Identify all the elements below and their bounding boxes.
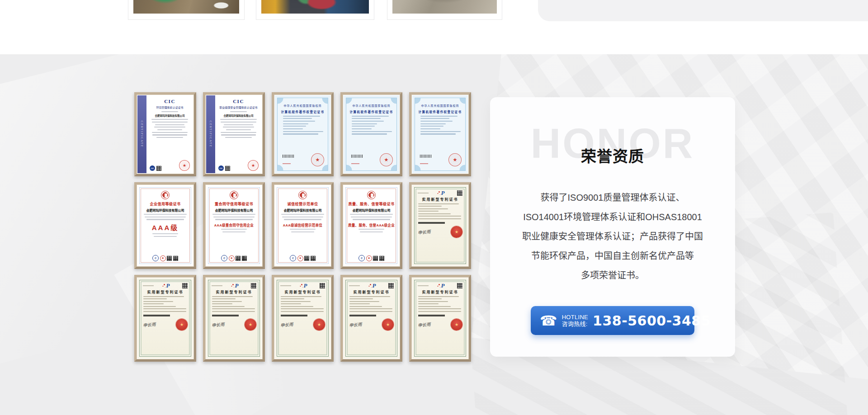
qr-code-icon (379, 256, 384, 261)
certificate-patent[interactable]: P 实用新型专利证书 申长雨 ★ (340, 275, 402, 362)
certificate-number (420, 163, 428, 164)
cnipa-logo-icon: P (166, 283, 170, 288)
certificate-patent[interactable]: P 实用新型专利证书 申长雨 ★ (409, 182, 471, 269)
qr-code-icon (167, 256, 172, 261)
red-seal-icon: ★ (380, 153, 393, 166)
certificate-cic[interactable]: CERTIFICATE CIC 职业健康安全管理体系认证证书 合肥珂玛环保科技有… (203, 92, 265, 176)
qr-code-icon (242, 256, 247, 261)
highlight-bar (349, 315, 376, 316)
signature: 申长雨 (280, 321, 293, 328)
certificate-patent[interactable]: P 实用新型专利证书 申长雨 ★ (272, 275, 334, 362)
phone-icon: ☎ (540, 314, 557, 328)
corner-flourish (458, 98, 465, 105)
project-photo-card[interactable] (128, 0, 245, 20)
hotline-label-zh: 咨询热线: (562, 321, 588, 327)
cic-badge-icon: CIC (218, 165, 224, 171)
red-seal-icon: ★ (311, 153, 324, 166)
cnipa-logo-icon: P (441, 283, 445, 288)
corner-flourish (278, 164, 284, 170)
hotline-button[interactable]: ☎ HOTLINE 咨询热线: 138-5600-3485 (531, 306, 694, 335)
qr-code-icon (225, 166, 230, 171)
highlight-bar (281, 315, 307, 316)
certificate-credit[interactable]: 诚信经营示范单位 合肥珂玛环保科技有限公司 AAA级诚信经营示范单位 C ★ (272, 182, 334, 269)
patent-number-line (143, 285, 154, 286)
red-seal-icon: ★ (245, 319, 256, 330)
qr-code-icon (388, 283, 394, 288)
certificate-title: 计算机软件著作权登记证书 (350, 109, 393, 114)
red-star-seal-icon: ★ (366, 255, 372, 261)
patent-number-line (212, 285, 222, 286)
red-seal-icon: ★ (451, 319, 462, 330)
qr-code-icon (457, 190, 462, 196)
blue-badge-icon: C (359, 255, 365, 261)
cic-logo: CIC (164, 99, 175, 104)
red-seal-icon: ★ (248, 160, 259, 171)
certificate-title: 环境管理体系认证证书 (156, 105, 183, 109)
certificate-patent[interactable]: P 实用新型专利证书 申长雨 ★ (409, 275, 471, 362)
certificate-credit[interactable]: 重合同守信用等级证书 合肥珂玛环保科技有限公司 AAA级重合同守信用企业 C ★ (203, 182, 265, 269)
certificate-title: 实用新型专利证书 (422, 289, 458, 294)
certificate-title: 计算机软件著作权登记证书 (419, 109, 462, 114)
highlight-bar (418, 315, 445, 316)
corner-flourish (415, 164, 422, 170)
project-photo-card[interactable] (387, 0, 502, 20)
certificate-title: 企业信用等级证书 (150, 201, 181, 206)
barcode (283, 155, 294, 158)
certificate-cic[interactable]: CERTIFICATE CIC 环境管理体系认证证书 合肥珂玛环保科技有限公司 … (134, 92, 196, 176)
patent-number-line (418, 285, 429, 286)
certificate-patent[interactable]: P 实用新型专利证书 申长雨 ★ (134, 275, 196, 362)
qr-code-icon (373, 256, 378, 261)
certificate-grade: AAA级重合同守信用企业 (214, 222, 254, 227)
red-emblem-icon (367, 191, 376, 199)
certificate-side-band: CERTIFICATE (206, 95, 215, 173)
certificate-title: 职业健康安全管理体系认证证书 (219, 105, 257, 109)
blue-badge-icon: C (221, 255, 227, 261)
certificate-number (283, 163, 291, 164)
red-emblem-icon (298, 191, 307, 199)
certificate-title: 实用新型专利证书 (285, 289, 321, 294)
certificate-copyright[interactable]: 中华人民共和国国家版权局 计算机软件著作权登记证书 ★ (340, 92, 402, 176)
red-seal-icon: ★ (176, 319, 188, 330)
certificate-grid: CERTIFICATE CIC 环境管理体系认证证书 合肥珂玛环保科技有限公司 … (134, 92, 471, 362)
red-seal-icon: ★ (382, 319, 394, 330)
description-line: 节能环保产品，中国自主创新名优产品等 (490, 246, 735, 266)
certificate-copyright[interactable]: 中华人民共和国国家版权局 计算机软件著作权登记证书 ★ (409, 92, 471, 176)
certificate-copyright[interactable]: 中华人民共和国国家版权局 计算机软件著作权登记证书 ★ (272, 92, 334, 176)
certificate-title: 实用新型专利证书 (216, 289, 252, 294)
red-seal-icon: ★ (448, 153, 462, 166)
certificate-company: 合肥珂玛环保科技有限公司 (223, 114, 253, 118)
description-line: 多项荣誉证书。 (490, 266, 735, 285)
cnipa-logo-icon: P (235, 283, 239, 288)
certificate-authority: 中华人民共和国国家版权局 (421, 104, 459, 108)
corner-flourish (278, 98, 284, 105)
corner-flourish (321, 164, 328, 170)
red-seal-icon: ★ (313, 319, 325, 330)
certificate-grade: AAA级 (152, 222, 179, 232)
signature: 申长雨 (417, 228, 431, 235)
patent-number-line (349, 285, 360, 286)
certificate-authority: 中华人民共和国国家版权局 (283, 104, 321, 108)
corner-flourish (346, 164, 353, 170)
qr-code-icon (457, 283, 462, 288)
corner-flourish (346, 98, 353, 105)
qr-code-icon (236, 256, 241, 261)
qr-code-icon (156, 166, 161, 171)
corner-flourish (458, 164, 465, 170)
highlight-bar (418, 222, 445, 224)
signature: 申长雨 (211, 321, 225, 328)
construction-site-photo (392, 0, 497, 14)
red-star-seal-icon: ★ (229, 255, 235, 261)
certificate-patent[interactable]: P 实用新型专利证书 申长雨 ★ (203, 275, 265, 362)
certificate-credit[interactable]: 企业信用等级证书 合肥珂玛环保科技有限公司 AAA级 C ★ (134, 182, 196, 269)
certificate-credit[interactable]: 质量、服务、信誉等级证书 合肥珂玛环保科技有限公司 质量、服务、信誉AAA级企业… (340, 182, 402, 269)
hotline-labels: HOTLINE 咨询热线: (562, 314, 588, 327)
certificate-grade: 质量、服务、信誉AAA级企业 (348, 222, 395, 227)
certificate-title: 计算机软件著作权登记证书 (281, 109, 325, 114)
highlight-bar (143, 315, 170, 316)
highlight-bar (212, 315, 239, 316)
description-line: 获得了ISO9001质量管理体系认证、 (490, 188, 735, 208)
certificate-authority: 中华人民共和国国家版权局 (352, 104, 390, 108)
project-photo-card[interactable] (256, 0, 374, 20)
certificate-company: 合肥珂玛环保科技有限公司 (146, 208, 184, 212)
red-star-seal-icon: ★ (160, 255, 166, 261)
